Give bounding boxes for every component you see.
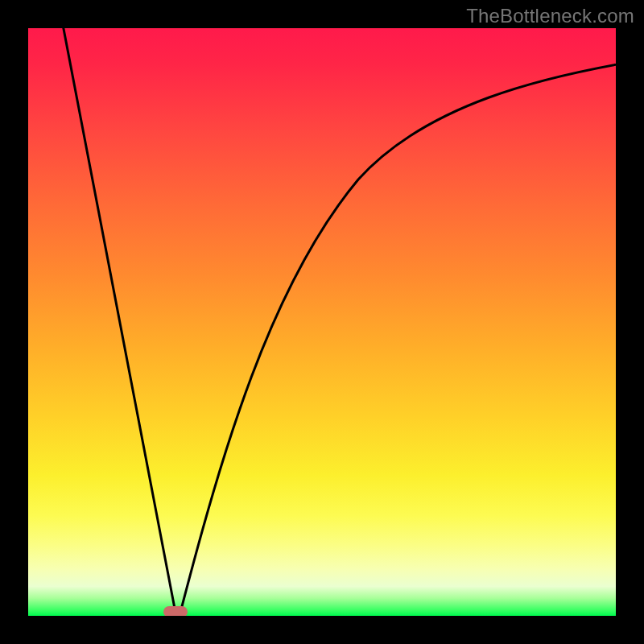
bottleneck-curve: [28, 28, 616, 616]
chart-container: TheBottleneck.com: [0, 0, 644, 644]
curve-path: [60, 28, 616, 615]
plot-area: [28, 28, 616, 616]
watermark-text: TheBottleneck.com: [466, 5, 634, 27]
optimum-marker: [163, 606, 188, 616]
